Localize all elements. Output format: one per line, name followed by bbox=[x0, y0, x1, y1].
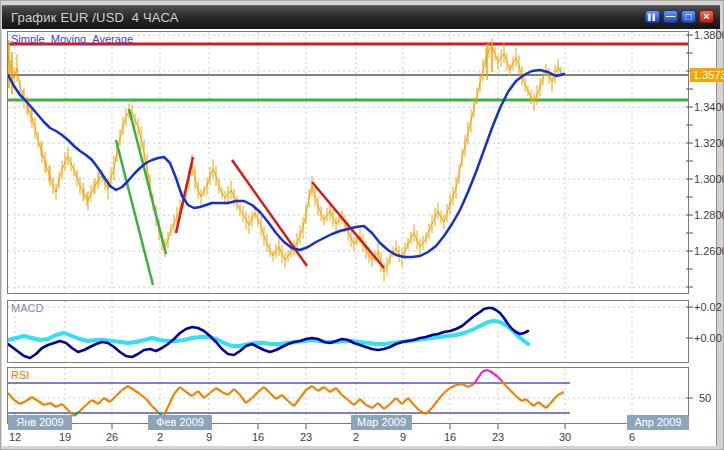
window-controls: ▌▌—□× bbox=[645, 10, 714, 23]
pause-button[interactable]: ▌▌ bbox=[645, 10, 660, 23]
minimize-button[interactable]: — bbox=[663, 10, 678, 23]
chart-window: График EUR /USD 4 ЧАСА ▌▌—□× 1.38001.340… bbox=[0, 0, 724, 450]
titlebar[interactable]: График EUR /USD 4 ЧАСА ▌▌—□× bbox=[2, 5, 720, 29]
restore-button[interactable]: □ bbox=[681, 10, 696, 23]
close-button[interactable]: × bbox=[699, 10, 714, 23]
rsi-panel[interactable] bbox=[7, 367, 689, 424]
window-title: График EUR /USD 4 ЧАСА bbox=[2, 10, 179, 25]
macd-panel[interactable] bbox=[7, 300, 689, 363]
price-panel[interactable] bbox=[7, 31, 689, 294]
